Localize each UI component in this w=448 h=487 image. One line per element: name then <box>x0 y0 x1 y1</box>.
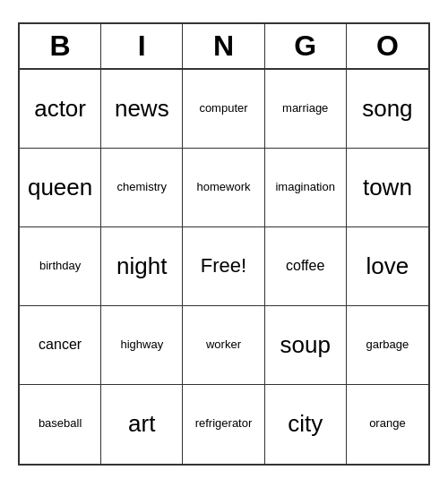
cell-text: night <box>116 253 167 279</box>
header-letter: N <box>183 24 264 68</box>
bingo-cell: chemistry <box>101 149 183 227</box>
cell-text: art <box>128 411 155 437</box>
cell-text: orange <box>369 417 405 430</box>
bingo-grid: actornewscomputermarriagesongqueenchemis… <box>20 70 428 464</box>
bingo-cell: Free! <box>183 227 264 306</box>
bingo-header: BINGO <box>20 24 428 70</box>
bingo-cell: computer <box>183 70 264 149</box>
cell-text: song <box>362 96 412 122</box>
cell-text: cancer <box>39 337 82 353</box>
bingo-cell: cancer <box>20 306 101 385</box>
bingo-cell: song <box>347 70 428 149</box>
bingo-cell: orange <box>347 385 428 464</box>
bingo-card: BINGO actornewscomputermarriagesongqueen… <box>18 22 430 466</box>
header-letter: B <box>20 24 101 68</box>
cell-text: computer <box>199 102 247 115</box>
cell-text: chemistry <box>116 181 167 193</box>
bingo-cell: city <box>265 385 347 464</box>
cell-text: garbage <box>366 338 409 351</box>
bingo-cell: actor <box>20 70 101 149</box>
bingo-cell: homework <box>183 149 264 227</box>
cell-text: marriage <box>282 102 328 115</box>
bingo-cell: imagination <box>265 149 347 227</box>
header-letter: I <box>101 24 183 68</box>
cell-text: worker <box>206 338 241 351</box>
bingo-cell: news <box>101 70 183 149</box>
cell-text: love <box>366 253 409 279</box>
bingo-cell: art <box>101 385 183 464</box>
bingo-cell: worker <box>183 306 264 385</box>
bingo-cell: birthday <box>20 227 101 306</box>
cell-text: queen <box>28 175 92 201</box>
cell-text: homework <box>197 181 251 193</box>
cell-text: actor <box>34 96 86 122</box>
cell-text: soup <box>280 332 331 358</box>
bingo-cell: coffee <box>265 227 347 306</box>
cell-text: refrigerator <box>195 417 253 430</box>
cell-text: Free! <box>201 255 246 277</box>
bingo-cell: refrigerator <box>183 385 264 464</box>
bingo-cell: marriage <box>265 70 347 149</box>
cell-text: news <box>115 96 169 122</box>
cell-text: imagination <box>275 181 335 193</box>
cell-text: city <box>288 411 323 437</box>
bingo-cell: baseball <box>20 385 101 464</box>
cell-text: baseball <box>39 417 82 430</box>
cell-text: birthday <box>39 260 81 272</box>
bingo-cell: garbage <box>347 306 428 385</box>
bingo-cell: highway <box>101 306 183 385</box>
cell-text: town <box>363 175 412 201</box>
cell-text: coffee <box>286 258 324 274</box>
bingo-cell: town <box>347 149 428 227</box>
bingo-cell: queen <box>20 149 101 227</box>
bingo-cell: soup <box>265 306 347 385</box>
header-letter: G <box>265 24 347 68</box>
cell-text: highway <box>120 338 163 351</box>
bingo-cell: night <box>101 227 183 306</box>
header-letter: O <box>347 24 428 68</box>
bingo-cell: love <box>347 227 428 306</box>
